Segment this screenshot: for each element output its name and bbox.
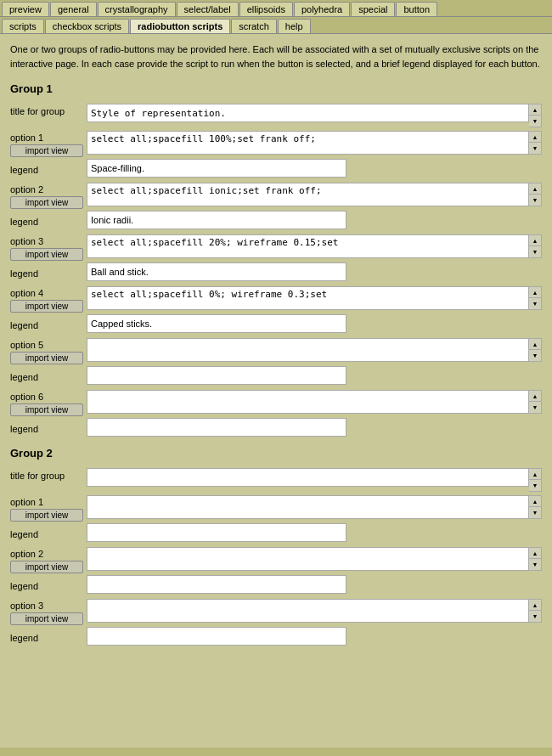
g2-option-3-label-wrap: option 3import view [10,599,87,625]
g1-option-4-scroll-down[interactable]: ▼ [529,298,541,309]
tab-polyhedra[interactable]: polyhedra [294,2,350,16]
g2-option-3-legend-input[interactable] [87,627,346,646]
g1-option-5-script[interactable] [87,338,529,362]
tab-ellipsoids[interactable]: ellipsoids [239,2,293,16]
g1-option-1-scroll-up[interactable]: ▲ [529,132,541,143]
tab-help[interactable]: help [278,19,311,33]
g2-option-2-legend-input[interactable] [87,575,346,594]
g1-option-2-scroll-down[interactable]: ▼ [529,195,541,206]
g2-option-2-scroll-down[interactable]: ▼ [529,559,541,570]
tab-select-label[interactable]: select/label [177,2,239,16]
g1-option-6-row: option 6import view▲▼ [10,390,542,416]
g1-option-5-row: option 5import view▲▼ [10,338,542,364]
g1-option-1-script[interactable]: select all;spacefill 100%;set frank off; [87,131,529,155]
g2-option-3-legend-row: legend [10,627,542,646]
g1-option-3-legend-row: legend [10,262,542,281]
g1-option-4-import-btn[interactable]: import view [10,300,83,313]
g2-option-3-scroll-up[interactable]: ▲ [529,600,541,611]
tab-checkbox-scripts[interactable]: checkbox scripts [45,19,129,33]
g1-option-3-row: option 3import viewselect all;spacefill … [10,234,542,261]
g1-option-2-label-wrap: option 2import view [10,183,87,209]
group2-title-scroll-down[interactable]: ▼ [529,480,541,491]
g1-option-1-script-scrollbar: ▲▼ [529,131,542,155]
g1-option-3-label-wrap: option 3import view [10,234,87,261]
group2-title-input-wrap: ▲ ▼ [87,468,542,492]
g1-option-5-import-btn[interactable]: import view [10,352,83,364]
group2-title: Group 2 [10,447,542,460]
g2-option-2-import-btn[interactable]: import view [10,561,83,573]
g1-option-1-import-btn[interactable]: import view [10,144,83,157]
description-text: One or two groups of radio-buttons may b… [10,42,542,71]
g1-option-4-script[interactable]: select all;spacefill 0%; wireframe 0.3;s… [87,286,529,310]
g2-option-3-import-btn[interactable]: import view [10,612,83,625]
g1-option-3-script[interactable]: select all;spacefill 20%; wireframe 0.15… [87,234,529,258]
tab-button[interactable]: button [396,2,437,16]
g1-option-1-label-wrap: option 1import view [10,131,87,157]
group1-title-scroll-down[interactable]: ▼ [529,116,541,127]
g1-option-3-legend-input[interactable] [87,262,346,281]
g1-option-4-label: option 4 [10,286,87,298]
g1-option-1-script-wrap: select all;spacefill 100%;set frank off;… [87,131,542,155]
g1-option-3-label: option 3 [10,234,87,246]
g1-option-4-scroll-up[interactable]: ▲ [529,287,541,298]
g1-option-3-scroll-up[interactable]: ▲ [529,235,541,246]
tab-scripts[interactable]: scripts [2,19,44,33]
g1-option-6-legend-row: legend [10,418,542,437]
g2-option-3-scroll-down[interactable]: ▼ [529,611,541,622]
g2-option-2-script-wrap: ▲▼ [87,547,542,571]
group1-title-input-wrap: ▲ ▼ [87,104,542,127]
g1-option-4-legend-input[interactable] [87,314,346,333]
g1-option-1-scroll-down[interactable]: ▼ [529,143,541,154]
g1-option-6-legend-input[interactable] [87,418,346,437]
g2-option-1-row: option 1import view▲▼ [10,495,542,522]
group2-options: option 1import view▲▼legendoption 2impor… [10,495,542,646]
g2-option-2-label: option 2 [10,547,87,559]
tab-general[interactable]: general [50,2,97,16]
g1-option-6-label: option 6 [10,390,87,402]
g2-option-1-label-wrap: option 1import view [10,495,87,522]
g1-option-2-label: option 2 [10,183,87,195]
g2-option-1-scroll-down[interactable]: ▼ [529,507,541,518]
tab-scratch[interactable]: scratch [231,19,276,33]
g2-option-2-scroll-up[interactable]: ▲ [529,548,541,559]
g1-option-6-script[interactable] [87,390,529,414]
g1-option-5-legend-input[interactable] [87,366,346,385]
g2-option-1-scroll-up[interactable]: ▲ [529,496,541,507]
tab-crystallography[interactable]: crystallography [98,2,176,16]
g1-option-3-scroll-down[interactable]: ▼ [529,246,541,257]
g1-option-1-legend-label: legend [10,162,87,175]
group1-title-scrollbar: ▲ ▼ [529,104,542,127]
g1-option-2-legend-input[interactable] [87,211,346,229]
tab-radiobutton-scripts[interactable]: radiobutton scripts [130,19,230,33]
g1-option-1-label: option 1 [10,131,87,143]
g2-option-3-script[interactable] [87,599,529,623]
group2-title-scroll-up[interactable]: ▲ [529,469,541,480]
main-content: One or two groups of radio-buttons may b… [0,34,552,748]
group1-title-input[interactable] [87,104,529,122]
g2-option-1-import-btn[interactable]: import view [10,509,83,522]
g1-option-3-import-btn[interactable]: import view [10,248,83,261]
g1-option-5-scroll-up[interactable]: ▲ [529,339,541,350]
group2-title-input[interactable] [87,468,529,487]
g1-option-6-scroll-down[interactable]: ▼ [529,402,541,413]
g1-option-5-scroll-down[interactable]: ▼ [529,350,541,361]
g1-option-6-import-btn[interactable]: import view [10,403,83,416]
group1-title-scroll-up[interactable]: ▲ [529,104,541,116]
tab-preview[interactable]: preview [2,2,49,16]
g1-option-3-script-wrap: select all;spacefill 20%; wireframe 0.15… [87,234,542,258]
tab-special[interactable]: special [351,2,395,16]
g1-option-1-legend-input[interactable] [87,159,346,178]
g1-option-2-script[interactable]: select all;spacefill ionic;set frank off… [87,183,529,206]
g2-option-1-legend-row: legend [10,523,542,542]
g1-option-4-script-wrap: select all;spacefill 0%; wireframe 0.3;s… [87,286,542,310]
g1-option-2-import-btn[interactable]: import view [10,196,83,209]
g2-option-1-script[interactable] [87,495,529,519]
tab-bar-row2: scriptscheckbox scriptsradiobutton scrip… [0,17,552,34]
g1-option-6-scroll-up[interactable]: ▲ [529,391,541,402]
g2-option-2-script[interactable] [87,547,529,571]
g1-option-2-scroll-up[interactable]: ▲ [529,183,541,195]
g2-option-1-legend-input[interactable] [87,523,346,542]
g1-option-2-script-wrap: select all;spacefill ionic;set frank off… [87,183,542,206]
group1-title: Group 1 [10,82,542,95]
g1-option-5-script-wrap: ▲▼ [87,338,542,362]
